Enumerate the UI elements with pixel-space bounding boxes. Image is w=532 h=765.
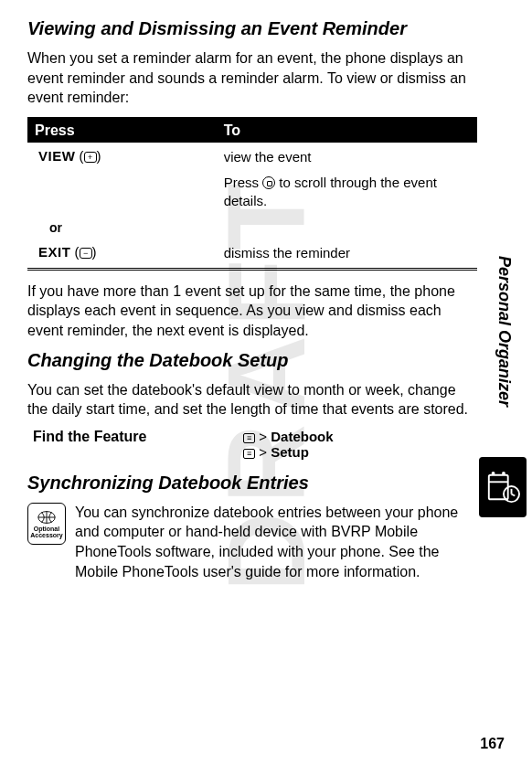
right-softkey-icon: +	[84, 152, 97, 163]
col-header-press: Press	[27, 119, 217, 143]
heading-viewing-dismissing: Viewing and Dismissing an Event Reminder	[27, 18, 477, 39]
menu-path: > Datebook > Setup	[243, 429, 333, 460]
or-separator: or	[27, 217, 477, 239]
path-setup: Setup	[271, 444, 309, 460]
heading-changing-setup: Changing the Datebook Setup	[27, 350, 477, 371]
menu-key-icon	[243, 449, 255, 459]
intro-text-2: You can set the datebook's default view …	[27, 380, 477, 420]
intro-text-1: When you set a reminder alarm for an eve…	[27, 48, 477, 108]
section-side-label: Personal Organizer	[495, 256, 514, 407]
press-to-table: Press To VIEW (+) view the event Press t…	[27, 117, 477, 271]
datebook-side-icon	[479, 457, 527, 517]
svg-rect-0	[489, 475, 508, 500]
nav-key-icon	[262, 176, 275, 189]
page-number: 167	[480, 736, 505, 752]
table-header: Press To	[27, 119, 477, 143]
heading-synchronizing: Synchronizing Datebook Entries	[27, 473, 477, 494]
press-text: Press	[224, 175, 263, 190]
left-softkey-icon: −	[80, 248, 92, 259]
exit-desc: dismiss the reminder	[217, 239, 477, 268]
find-the-feature-block: Find the Feature > Datebook > Setup	[27, 429, 477, 460]
page-content: Viewing and Dismissing an Event Reminder…	[0, 0, 532, 600]
accessory-paragraph: Optional Accessory You can synchronize d…	[27, 503, 477, 581]
table-row: EXIT (−) dismiss the reminder	[27, 239, 477, 268]
col-header-to: To	[217, 119, 477, 143]
sync-body-text: You can synchronize datebook entries bet…	[75, 503, 477, 581]
find-feature-label: Find the Feature	[27, 429, 243, 445]
after-table-text: If you have more than 1 event set up for…	[27, 282, 477, 341]
optional-accessory-icon: Optional Accessory	[27, 503, 66, 545]
view-action-label: VIEW	[38, 148, 75, 164]
svg-point-3	[502, 472, 505, 475]
svg-point-2	[492, 472, 495, 475]
svg-line-6	[512, 494, 516, 496]
menu-key-icon	[243, 433, 255, 443]
exit-action-label: EXIT	[38, 244, 70, 260]
table-row: VIEW (+) view the event Press to scroll …	[27, 143, 477, 217]
path-datebook: Datebook	[271, 429, 333, 444]
view-desc-1: view the event	[224, 148, 470, 166]
